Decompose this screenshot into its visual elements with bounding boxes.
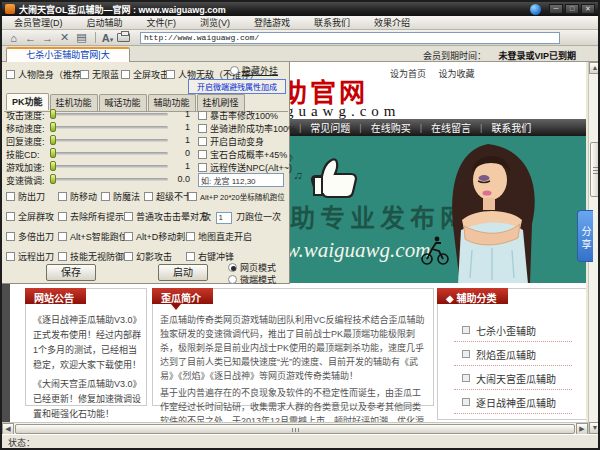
checkbox-group-attack[interactable]: 全屏群攻 — [6, 210, 54, 223]
slider-move-speed[interactable] — [50, 126, 168, 129]
checkbox-icon[interactable] — [58, 212, 67, 221]
checkbox-icon[interactable] — [188, 192, 197, 201]
checkbox-rightclick-charge[interactable]: 右键冲锋 — [186, 250, 234, 263]
checkbox-smart-move[interactable]: Alt+S智能跑位 — [58, 230, 128, 243]
radio-icon[interactable] — [228, 263, 237, 272]
url-input[interactable] — [140, 32, 560, 44]
home-icon[interactable]: ⌂ — [6, 32, 21, 44]
checkbox-ignore-defense[interactable]: 技能无视防御 — [58, 250, 124, 263]
back-icon[interactable]: ← — [23, 32, 38, 44]
scroll-up-icon[interactable]: ▲ — [589, 62, 600, 74]
checkbox-multi-slash[interactable]: 多倍出刀 — [6, 230, 54, 243]
panel-tab-shout[interactable]: 喊话功能 — [99, 94, 147, 111]
save-button[interactable]: 保存 — [46, 264, 96, 281]
minimize-button[interactable]: ─ — [549, 4, 563, 14]
checkbox-icon[interactable] — [6, 70, 15, 79]
slider-attack-speed[interactable] — [50, 113, 168, 116]
nav-faq[interactable]: 常见问题 — [310, 120, 350, 135]
checkbox-unlimited-mana[interactable]: 无限蓝 — [80, 68, 119, 81]
checkbox-icon[interactable] — [198, 163, 207, 172]
share-button[interactable]: 分享 — [577, 210, 593, 262]
menu-start-assist[interactable]: 启动辅助 — [75, 16, 135, 29]
panel-tab-pk[interactable]: PK功能 — [6, 93, 49, 110]
checkbox-gem-rate[interactable]: 宝石合成概率+45% — [198, 148, 287, 161]
slider-thumb[interactable] — [50, 161, 56, 171]
slider-thumb[interactable] — [50, 109, 56, 119]
chop-count-input[interactable] — [216, 212, 232, 224]
checkbox-stun-attack[interactable]: 普通攻击击晕对方 — [124, 210, 208, 223]
radio-icon[interactable] — [230, 66, 239, 75]
category-item[interactable]: 大闹天宫歪瓜辅助 — [454, 367, 572, 390]
menu-contact[interactable]: 联系我们 — [302, 16, 362, 29]
horizontal-scroll-thumb[interactable] — [15, 424, 575, 434]
checkbox-icon[interactable] — [186, 252, 195, 261]
checkbox-icon[interactable] — [6, 192, 15, 201]
print-icon[interactable] — [117, 33, 130, 42]
checkbox-icon[interactable] — [6, 212, 15, 221]
checkbox-invisible[interactable]: 人物隐身（推荐） — [6, 68, 90, 81]
category-item[interactable]: 烈焰歪瓜辅助 — [454, 343, 572, 366]
checkbox-icon[interactable] — [124, 232, 133, 241]
checkbox-icon[interactable] — [58, 192, 67, 201]
nav-contact[interactable]: 联系我们 — [491, 120, 531, 135]
micro-client-boost-link[interactable]: 开启微端避残属性加成 — [188, 79, 286, 94]
checkbox-super-smooth[interactable]: 超级不卡 — [144, 190, 192, 203]
checkbox-auto-transform[interactable]: 开启自动变身 — [198, 135, 264, 148]
browser-tab[interactable]: 七杀小歪辅助官网|大 — [6, 47, 130, 62]
checkbox-icon[interactable] — [58, 252, 67, 261]
slider-thumb[interactable] — [50, 135, 56, 145]
checkbox-ranged-slash[interactable]: 远程出刀 — [6, 250, 54, 263]
scroll-down-icon[interactable]: ▼ — [589, 422, 600, 434]
checkbox-icon[interactable] — [198, 124, 207, 133]
checkbox-mount-100[interactable]: 坐骑进阶成功率100% — [198, 122, 296, 135]
checkbox-icon[interactable] — [121, 70, 130, 79]
page-icon[interactable]: ▤ — [74, 31, 89, 44]
slider-thumb[interactable] — [50, 148, 56, 158]
checkbox-icon[interactable] — [58, 232, 67, 241]
close-button[interactable]: ✕ — [581, 4, 595, 14]
checkbox-phantom-attack[interactable]: 幻影攻击 — [124, 250, 172, 263]
checkbox-remove-prompts[interactable]: 去除所有提示框 — [58, 210, 133, 223]
checkbox-icon[interactable] — [144, 192, 153, 201]
checkbox-icon[interactable] — [198, 137, 207, 146]
set-homepage-link[interactable]: 设为首页 — [390, 69, 426, 79]
nav-buy[interactable]: 在线购买 — [371, 120, 411, 135]
checkbox-icon[interactable] — [6, 252, 15, 261]
slider-fine-tune[interactable] — [50, 178, 168, 181]
add-favorite-link[interactable]: 设为收藏 — [439, 69, 475, 79]
maximize-button[interactable]: □ — [565, 4, 579, 14]
horizontal-scrollbar[interactable]: ◀ ▶ — [2, 422, 588, 434]
checkbox-icon[interactable] — [101, 192, 110, 201]
checkbox-anti-slash[interactable]: 防出刀 — [6, 190, 45, 203]
category-item[interactable]: 七杀小歪辅助 — [454, 319, 572, 342]
category-item[interactable]: 逐日战神歪瓜辅助 — [454, 391, 572, 414]
checkbox-icon[interactable] — [198, 150, 207, 159]
checkbox-icon[interactable] — [166, 70, 175, 79]
slider-game-speed[interactable] — [50, 165, 168, 168]
npc-location-input[interactable] — [198, 173, 284, 187]
checkbox-anti-move[interactable]: 防移动 — [58, 190, 97, 203]
slider-thumb[interactable] — [50, 174, 56, 184]
radio-icon[interactable] — [228, 275, 237, 284]
menu-member[interactable]: 会员管理(D) — [2, 16, 75, 29]
panel-tab-afk[interactable]: 挂机功能 — [50, 94, 98, 111]
stop-icon[interactable]: ✕ — [57, 31, 72, 44]
forward-icon[interactable]: → — [40, 32, 55, 44]
nav-message[interactable]: 在线留言 — [431, 120, 471, 135]
checkbox-random-move[interactable]: Alt+P 20*20坐标随机跑位 — [188, 191, 285, 202]
start-button[interactable]: 启动 — [158, 264, 208, 281]
checkbox-icon[interactable] — [186, 232, 195, 241]
vertical-scroll-thumb[interactable] — [590, 142, 600, 197]
checkbox-icon[interactable] — [198, 111, 207, 120]
menu-file[interactable]: 文件(F) — [135, 16, 189, 29]
menu-effects[interactable]: 效果介绍 — [362, 16, 422, 29]
radio-hide-plugin[interactable]: 隐藏外挂 — [230, 64, 278, 77]
checkbox-map-walk[interactable]: 地图直走开启 — [186, 230, 252, 243]
tray-gem-icon[interactable] — [530, 4, 541, 15]
checkbox-anti-magic[interactable]: 防魔法 — [101, 190, 140, 203]
checkbox-icon[interactable] — [6, 232, 15, 241]
slider-thumb[interactable] — [50, 122, 56, 132]
menu-browse[interactable]: 浏览(V) — [188, 16, 242, 29]
checkbox-fullscreen-attack[interactable]: 全屏攻击 — [121, 68, 169, 81]
slider-recover-speed[interactable] — [50, 139, 168, 142]
